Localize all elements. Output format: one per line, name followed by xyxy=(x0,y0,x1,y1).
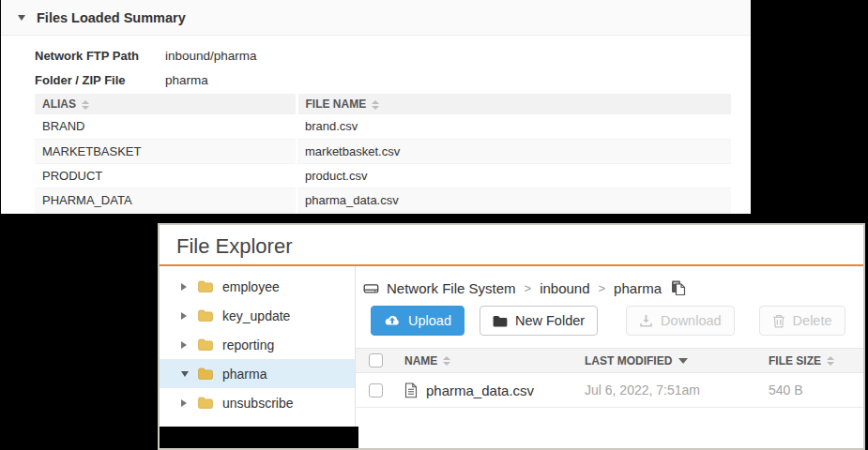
upload-label: Upload xyxy=(408,313,451,328)
drive-icon xyxy=(363,280,379,296)
folder-icon xyxy=(198,309,213,322)
sidebar-item-reporting[interactable]: reporting xyxy=(160,330,355,359)
file-explorer-title: File Explorer xyxy=(176,234,846,259)
file-table-header: NAME LAST MODIFIED FILE SIZE xyxy=(356,348,863,373)
download-icon xyxy=(639,314,653,328)
field-network-ftp-path: Network FTP Path inbound/pharma xyxy=(35,43,751,68)
field-value: inbound/pharma xyxy=(165,49,257,63)
redacted-area xyxy=(160,427,358,448)
table-row: BRAND brand.csv xyxy=(35,114,731,139)
file-explorer-content: Network File System > inbound > pharma U… xyxy=(356,266,863,446)
sort-descending-icon[interactable] xyxy=(678,358,688,364)
field-label: Folder / ZIP File xyxy=(35,73,165,87)
table-row: MARKETBASKET marketbasket.csv xyxy=(35,139,731,163)
file-name[interactable]: pharma_data.csv xyxy=(426,382,534,398)
breadcrumb-root[interactable]: Network File System xyxy=(387,280,516,296)
delete-label: Delete xyxy=(793,313,832,328)
table-row: PRODUCT product.csv xyxy=(35,163,731,188)
trash-icon xyxy=(772,314,785,328)
folder-label: unsubscribe xyxy=(222,396,294,411)
column-header-file-name[interactable]: FILE NAME xyxy=(297,94,731,114)
select-all-checkbox[interactable] xyxy=(369,353,383,368)
chevron-down-icon[interactable] xyxy=(181,371,189,377)
collapse-caret-icon[interactable] xyxy=(18,15,25,21)
file-last-modified: Jul 6, 2022, 7:51am xyxy=(585,382,769,398)
table-row: PHARMA_DATA pharma_data.csv xyxy=(35,188,731,212)
sort-icon[interactable] xyxy=(372,100,379,110)
file-name-cell: pharma_data.csv xyxy=(297,188,731,212)
files-loaded-summary-panel: Files Loaded Summary Network FTP Path in… xyxy=(1,0,751,214)
file-name-cell: product.csv xyxy=(297,163,731,188)
alias-cell: PRODUCT xyxy=(35,163,297,188)
folder-icon xyxy=(198,280,213,292)
breadcrumb: Network File System > inbound > pharma xyxy=(356,272,863,305)
folder-label: key_update xyxy=(222,308,290,323)
file-row-pharma-data-csv[interactable]: pharma_data.csv Jul 6, 2022, 7:51am 540 … xyxy=(356,373,863,408)
summary-title: Files Loaded Summary xyxy=(37,10,186,25)
chevron-right-icon[interactable] xyxy=(181,312,187,320)
folder-label: pharma xyxy=(222,367,266,382)
sidebar-item-unsubscribe[interactable]: unsubscribe xyxy=(160,388,355,417)
breadcrumb-pharma[interactable]: pharma xyxy=(614,280,662,296)
file-icon xyxy=(404,382,418,398)
file-explorer-titlebar: File Explorer xyxy=(160,225,863,266)
sidebar-item-pharma[interactable]: pharma xyxy=(160,359,355,388)
toolbar: Upload New Folder Download xyxy=(356,305,863,348)
cloud-upload-icon xyxy=(384,314,401,327)
alias-cell: MARKETBASKET xyxy=(35,139,297,163)
folder-tree-sidebar: employee key_update reporting xyxy=(160,266,356,446)
file-name-cell: brand.csv xyxy=(297,114,731,139)
breadcrumb-separator: > xyxy=(524,281,533,295)
field-label: Network FTP Path xyxy=(35,49,165,63)
sidebar-item-key-update[interactable]: key_update xyxy=(160,301,355,330)
sort-icon[interactable] xyxy=(827,356,834,366)
summary-fields: Network FTP Path inbound/pharma Folder /… xyxy=(1,36,751,92)
file-size: 540 B xyxy=(769,382,863,398)
sort-icon[interactable] xyxy=(443,356,450,366)
new-folder-label: New Folder xyxy=(515,313,585,328)
folder-icon xyxy=(198,368,213,380)
sidebar-item-employee[interactable]: employee xyxy=(160,272,355,301)
download-button[interactable]: Download xyxy=(626,306,735,336)
new-folder-button[interactable]: New Folder xyxy=(480,306,598,336)
copy-path-icon[interactable] xyxy=(671,279,686,296)
alias-cell: BRAND xyxy=(35,114,297,139)
chevron-right-icon[interactable] xyxy=(181,283,187,291)
sort-icon[interactable] xyxy=(82,100,89,110)
upload-button[interactable]: Upload xyxy=(371,306,464,336)
field-folder-zip-file: Folder / ZIP File pharma xyxy=(35,68,751,92)
alias-file-table: ALIAS FILE NAME BRAND brand.csv MARKETBA… xyxy=(35,94,731,213)
alias-cell: PHARMA_DATA xyxy=(35,188,297,212)
column-header-name[interactable]: NAME xyxy=(393,354,585,368)
chevron-right-icon[interactable] xyxy=(181,341,187,349)
column-header-alias[interactable]: ALIAS xyxy=(35,94,297,114)
folder-label: employee xyxy=(222,279,280,294)
file-explorer-window: File Explorer employee key_update xyxy=(158,223,865,450)
breadcrumb-inbound[interactable]: inbound xyxy=(540,280,589,296)
download-label: Download xyxy=(661,313,722,328)
column-header-last-modified[interactable]: LAST MODIFIED xyxy=(585,354,769,368)
delete-button[interactable]: Delete xyxy=(759,306,845,336)
column-header-file-size[interactable]: FILE SIZE xyxy=(769,354,863,368)
folder-icon xyxy=(493,315,508,327)
row-checkbox[interactable] xyxy=(369,383,383,398)
breadcrumb-separator: > xyxy=(598,281,607,295)
summary-header[interactable]: Files Loaded Summary xyxy=(1,0,751,36)
file-name-cell: marketbasket.csv xyxy=(297,139,731,163)
chevron-right-icon[interactable] xyxy=(181,399,187,407)
folder-icon xyxy=(198,397,213,409)
folder-label: reporting xyxy=(222,338,274,352)
folder-icon xyxy=(198,338,213,351)
field-value: pharma xyxy=(165,73,208,87)
